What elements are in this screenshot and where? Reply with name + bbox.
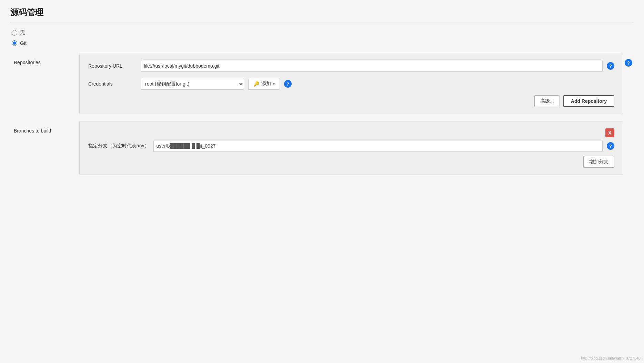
scm-none-label: 无 [20,29,25,36]
watermark: http://blog.csdn.net/wallin_0727340 [581,356,641,360]
branches-section: Branches to build X 指定分支（为空时代表any） ? 增加分… [10,121,634,175]
branches-label: Branches to build [10,121,79,134]
scm-none-radio[interactable] [12,30,17,36]
x-btn-container: X [88,128,614,137]
scm-radio-group: 无 Git [12,29,634,46]
scm-git-option[interactable]: Git [12,40,634,46]
branch-input[interactable] [153,140,603,152]
add-credentials-button[interactable]: 🔑 添加 ▾ [248,78,280,90]
repositories-help-outer: ? [623,53,634,67]
dropdown-arrow-icon: ▾ [273,82,275,86]
branch-help-icon[interactable]: ? [607,142,614,150]
add-credentials-label: 添加 [261,81,271,87]
scm-git-radio[interactable] [12,40,17,46]
add-branch-row: 增加分支 [88,156,614,168]
add-branch-button[interactable]: 增加分支 [583,156,614,168]
branch-row: 指定分支（为空时代表any） ? [88,140,614,152]
repo-url-label: Repository URL [88,63,137,69]
branches-content: X 指定分支（为空时代表any） ? 增加分支 [79,121,623,175]
advanced-button[interactable]: 高级... [534,95,560,107]
remove-branch-button[interactable]: X [605,128,614,137]
credentials-select[interactable]: root (秘钥配置for git) - 无 - [141,78,244,90]
credentials-row: Credentials root (秘钥配置for git) - 无 - 🔑 添… [88,78,614,90]
repo-url-input[interactable] [141,60,603,72]
repositories-help-icon[interactable]: ? [625,59,632,67]
page-title: 源码管理 [10,7,634,22]
repositories-label: Repositories [10,53,79,65]
add-repository-button[interactable]: Add Repository [563,95,614,107]
credentials-label: Credentials [88,81,137,87]
repo-url-help-icon[interactable]: ? [607,62,614,70]
repositories-section: Repositories Repository URL ? Credential… [10,53,634,114]
scm-git-label: Git [20,40,27,46]
branch-specify-label: 指定分支（为空时代表any） [88,143,149,149]
repositories-content: Repository URL ? Credentials root (秘钥配置f… [79,53,623,114]
scm-none-option[interactable]: 无 [12,29,634,36]
repo-url-row: Repository URL ? [88,60,614,72]
credentials-help-icon[interactable]: ? [284,80,292,88]
key-icon: 🔑 [253,81,259,87]
branches-help-outer [623,121,634,127]
repo-buttons-row: 高级... Add Repository [88,95,614,107]
